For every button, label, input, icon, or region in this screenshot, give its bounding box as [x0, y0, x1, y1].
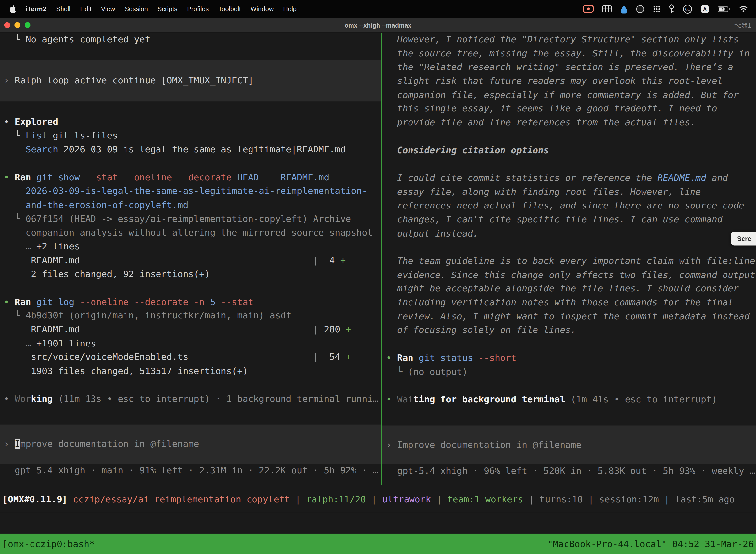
- terminal-line: of focusing solely on file lines.: [382, 323, 756, 337]
- terminal-line: … +2 lines: [0, 240, 381, 254]
- terminal-line: └ (no output): [382, 365, 756, 379]
- terminal-line: output instead.: [382, 227, 756, 240]
- menu-shell[interactable]: Shell: [51, 5, 75, 12]
- terminal-line: [0, 157, 381, 170]
- menu-view[interactable]: View: [96, 5, 120, 12]
- menu-help[interactable]: Help: [278, 5, 302, 12]
- terminal-line: I could cite commit statistics or refere…: [382, 171, 756, 185]
- terminal-pane-left[interactable]: └ No agents completed yet› Ralph loop ac…: [0, 33, 381, 485]
- svg-text:61: 61: [685, 7, 690, 12]
- menu-edit[interactable]: Edit: [75, 5, 96, 12]
- menu-bar: iTerm2 ShellEditViewSessionScriptsProfil…: [0, 0, 756, 18]
- terminal-line: 2026-03-09-is-legal-the-same-as-legitima…: [0, 184, 381, 198]
- terminal-line: The team guideline is to back every impo…: [382, 254, 756, 268]
- terminal-line: [382, 240, 756, 255]
- screen-capture-tab[interactable]: Scre: [731, 232, 756, 245]
- circle-app-icon[interactable]: [636, 4, 645, 13]
- session-stats: gpt-5.4 xhigh · 96% left · 520K in · 5.8…: [382, 464, 756, 478]
- minimize-button[interactable]: [14, 22, 20, 28]
- input-source-icon[interactable]: A: [700, 4, 709, 13]
- terminal-line: [0, 281, 381, 295]
- terminal-pane-right[interactable]: However, I noticed the "Directory Struct…: [382, 33, 756, 485]
- terminal-line: 2 files changed, 92 insertions(+): [0, 268, 381, 281]
- terminal-line: Considering citation options: [382, 144, 756, 157]
- terminal-blank-area: [0, 512, 756, 534]
- menubar-status-icons: 61 A: [582, 4, 751, 14]
- prompt-input[interactable]: › Improve documentation in @filename: [382, 426, 756, 464]
- battery-percent-icon[interactable]: 61: [683, 4, 693, 14]
- wifi-icon[interactable]: [739, 5, 748, 12]
- tmux-status-bar: [omx-cczip0:bash* "MacBook-Pro-44.local"…: [0, 534, 756, 554]
- terminal-line: [382, 379, 756, 393]
- terminal-line: essay file, along with finding root file…: [382, 185, 756, 199]
- terminal-line: However, I noticed the "Directory Struct…: [382, 33, 756, 47]
- omx-status-line: [OMX#0.11.9] cczip/essay/ai-reimplementa…: [2, 494, 735, 504]
- terminal-line: review. Also, I might want to inspect th…: [382, 310, 756, 323]
- terminal-line: gpt-5.4 xhigh · main · 91% left · 2.31M …: [0, 464, 381, 478]
- terminal-line: slight risk that future readers may over…: [382, 74, 756, 88]
- window-title: omx --xhigh --madmax: [0, 21, 756, 29]
- agents-status: └ No agents completed yet: [0, 33, 381, 61]
- terminal-line: └ No agents completed yet: [0, 33, 381, 47]
- terminal-line: gpt-5.4 xhigh · 96% left · 520K in · 5.8…: [382, 464, 756, 478]
- terminal-line: 1903 files changed, 513517 insertions(+): [0, 365, 381, 378]
- terminal-line: • Ran git log --oneline --decorate -n 5 …: [0, 295, 381, 309]
- menu-session[interactable]: Session: [120, 5, 152, 12]
- ralph-inject-box: › Ralph loop active continue [OMX_TMUX_I…: [0, 61, 381, 102]
- terminal-line: might be acceptable alongside the file l…: [382, 282, 756, 296]
- docker-icon[interactable]: [620, 4, 628, 13]
- dots-grid-icon[interactable]: [653, 5, 660, 13]
- terminal-line: • Ran git status --short: [382, 351, 756, 365]
- terminal-line: [382, 130, 756, 144]
- terminal-line: changes, I can't cite specific file line…: [382, 213, 756, 227]
- terminal-line: [382, 157, 756, 171]
- key-icon[interactable]: [669, 4, 674, 14]
- apple-icon: [10, 4, 17, 13]
- omx-status-region: [OMX#0.11.9] cczip/essay/ai-reimplementa…: [0, 485, 756, 512]
- apple-menu[interactable]: [6, 4, 20, 13]
- terminal-line: and-the-erosion-of-copyleft.md: [0, 198, 381, 212]
- terminal-line: this single essay, it seems like a good …: [382, 102, 756, 116]
- terminal-line: › Ralph loop active continue [OMX_TMUX_I…: [0, 74, 381, 88]
- grid-icon[interactable]: [602, 5, 612, 12]
- prompt-input[interactable]: › Improve documentation in @filename: [0, 425, 381, 464]
- terminal-line: • Working (11m 13s • esc to interrupt) ·…: [0, 392, 381, 406]
- terminal-line: companion analysis without altering the …: [0, 226, 381, 240]
- tmux-host-clock: "MacBook-Pro-44.local" 04:52 31-Mar-26: [548, 539, 754, 549]
- terminal-line: [382, 337, 756, 351]
- terminal-line: the source tree, missing the essay. Stil…: [382, 47, 756, 61]
- menu-toolbelt[interactable]: Toolbelt: [213, 5, 246, 12]
- agent-transcript: • Explored └ List git ls-files Search 20…: [0, 101, 381, 406]
- close-button[interactable]: [4, 22, 10, 28]
- tmux-session-label: [omx-cczip0:bash*: [2, 539, 95, 549]
- terminal-line: [0, 47, 381, 61]
- recording-indicator-icon[interactable]: [582, 5, 594, 13]
- terminal-line: [0, 378, 381, 392]
- terminal-window: └ No agents completed yet› Ralph loop ac…: [0, 33, 756, 485]
- terminal-line: └ 4b9d30f (origin/main, instructkr/main,…: [0, 309, 381, 323]
- terminal-line: … +1901 lines: [0, 337, 381, 350]
- terminal-line: the "Related research writing" section i…: [382, 61, 756, 74]
- terminal-line: README.md | 280 +: [0, 323, 381, 337]
- terminal-line: including verification notes with those …: [382, 296, 756, 310]
- window-title-bar: omx --xhigh --madmax ⌥⌘1: [0, 18, 756, 33]
- terminal-line: evidence. Since this change only affects…: [382, 268, 756, 282]
- terminal-line: provide file and line references from th…: [382, 116, 756, 130]
- menu-profiles[interactable]: Profiles: [182, 5, 213, 12]
- window-shortcut-label: ⌥⌘1: [734, 21, 756, 29]
- terminal-line: README.md | 4 +: [0, 254, 381, 268]
- terminal-line: › Improve documentation in @filename: [382, 438, 756, 452]
- svg-text:A: A: [703, 6, 707, 12]
- menu-iterm2[interactable]: iTerm2: [21, 5, 51, 12]
- terminal-line: Search 2026-03-09-is-legal-the-same-as-l…: [0, 143, 381, 157]
- menu-scripts[interactable]: Scripts: [153, 5, 182, 12]
- zoom-button[interactable]: [24, 22, 30, 28]
- menu-window[interactable]: Window: [246, 5, 278, 12]
- assistant-reasoning: However, I noticed the "Directory Struct…: [382, 33, 756, 406]
- terminal-line: • Waiting for background terminal (1m 41…: [382, 393, 756, 406]
- menu-items: ShellEditViewSessionScriptsProfilesToolb…: [51, 5, 302, 12]
- terminal-line: └ 067f154 (HEAD -> essay/ai-reimplementa…: [0, 212, 381, 226]
- battery-icon[interactable]: [717, 5, 730, 12]
- terminal-line: companion file, especially if more comme…: [382, 88, 756, 102]
- terminal-line: [0, 101, 381, 115]
